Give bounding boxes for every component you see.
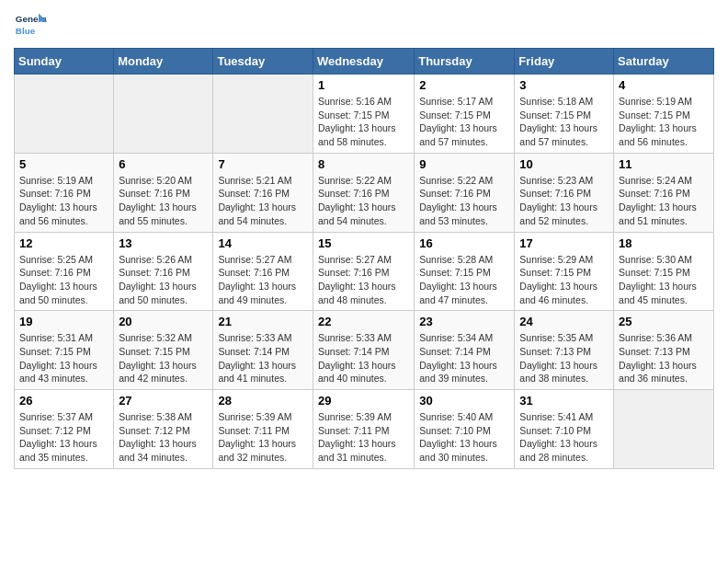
page-header: General Blue xyxy=(14,9,714,42)
day-info: Sunrise: 5:25 AM Sunset: 7:16 PM Dayligh… xyxy=(19,253,108,307)
day-number: 21 xyxy=(218,315,308,328)
day-info: Sunrise: 5:27 AM Sunset: 7:16 PM Dayligh… xyxy=(318,253,409,307)
day-info: Sunrise: 5:39 AM Sunset: 7:11 PM Dayligh… xyxy=(318,410,409,465)
day-info: Sunrise: 5:39 AM Sunset: 7:11 PM Dayligh… xyxy=(218,410,308,465)
calendar-cell: 15Sunrise: 5:27 AM Sunset: 7:16 PM Dayli… xyxy=(313,232,414,311)
day-number: 25 xyxy=(619,315,709,328)
day-header-sunday: Sunday xyxy=(15,49,114,75)
day-number: 10 xyxy=(519,157,609,171)
calendar-cell: 13Sunrise: 5:26 AM Sunset: 7:16 PM Dayli… xyxy=(114,232,213,311)
calendar-cell: 27Sunrise: 5:38 AM Sunset: 7:12 PM Dayli… xyxy=(114,390,213,469)
calendar-cell: 17Sunrise: 5:29 AM Sunset: 7:15 PM Dayli… xyxy=(515,232,614,311)
calendar-cell: 22Sunrise: 5:33 AM Sunset: 7:14 PM Dayli… xyxy=(313,311,414,390)
calendar-cell: 29Sunrise: 5:39 AM Sunset: 7:11 PM Dayli… xyxy=(313,390,414,469)
day-number: 15 xyxy=(318,236,409,250)
day-number: 20 xyxy=(119,315,208,328)
calendar-cell: 14Sunrise: 5:27 AM Sunset: 7:16 PM Dayli… xyxy=(213,232,313,311)
calendar-cell: 30Sunrise: 5:40 AM Sunset: 7:10 PM Dayli… xyxy=(415,390,515,469)
day-info: Sunrise: 5:19 AM Sunset: 7:15 PM Dayligh… xyxy=(619,95,709,149)
day-info: Sunrise: 5:40 AM Sunset: 7:10 PM Dayligh… xyxy=(419,410,509,465)
day-number: 12 xyxy=(19,236,108,250)
logo-icon: General Blue xyxy=(14,9,47,42)
day-number: 28 xyxy=(218,394,308,408)
day-info: Sunrise: 5:37 AM Sunset: 7:12 PM Dayligh… xyxy=(19,410,108,465)
day-number: 23 xyxy=(419,315,509,328)
day-number: 3 xyxy=(519,78,609,92)
day-number: 19 xyxy=(19,315,108,328)
day-number: 11 xyxy=(619,157,709,171)
day-info: Sunrise: 5:41 AM Sunset: 7:10 PM Dayligh… xyxy=(519,410,609,465)
day-number: 7 xyxy=(218,157,308,171)
day-number: 13 xyxy=(119,236,208,250)
calendar-cell: 26Sunrise: 5:37 AM Sunset: 7:12 PM Dayli… xyxy=(15,390,114,469)
week-row-3: 12Sunrise: 5:25 AM Sunset: 7:16 PM Dayli… xyxy=(15,232,714,311)
calendar-cell: 2Sunrise: 5:17 AM Sunset: 7:15 PM Daylig… xyxy=(415,75,515,154)
calendar-cell: 10Sunrise: 5:23 AM Sunset: 7:16 PM Dayli… xyxy=(515,153,614,232)
day-number: 14 xyxy=(218,236,308,250)
calendar-cell xyxy=(614,390,714,469)
calendar-cell: 19Sunrise: 5:31 AM Sunset: 7:15 PM Dayli… xyxy=(15,311,114,390)
calendar-table: SundayMondayTuesdayWednesdayThursdayFrid… xyxy=(14,48,714,469)
day-info: Sunrise: 5:26 AM Sunset: 7:16 PM Dayligh… xyxy=(119,253,208,307)
day-info: Sunrise: 5:36 AM Sunset: 7:13 PM Dayligh… xyxy=(619,331,709,385)
day-info: Sunrise: 5:21 AM Sunset: 7:16 PM Dayligh… xyxy=(218,174,308,228)
day-number: 1 xyxy=(318,78,409,92)
day-info: Sunrise: 5:30 AM Sunset: 7:15 PM Dayligh… xyxy=(619,253,709,307)
calendar-cell: 7Sunrise: 5:21 AM Sunset: 7:16 PM Daylig… xyxy=(213,153,313,232)
week-row-5: 26Sunrise: 5:37 AM Sunset: 7:12 PM Dayli… xyxy=(15,390,714,469)
calendar-cell: 24Sunrise: 5:35 AM Sunset: 7:13 PM Dayli… xyxy=(515,311,614,390)
day-info: Sunrise: 5:17 AM Sunset: 7:15 PM Dayligh… xyxy=(419,95,509,149)
day-number: 26 xyxy=(19,394,108,408)
calendar-cell xyxy=(15,75,114,154)
day-header-monday: Monday xyxy=(114,49,213,75)
calendar-cell: 6Sunrise: 5:20 AM Sunset: 7:16 PM Daylig… xyxy=(114,153,213,232)
week-row-4: 19Sunrise: 5:31 AM Sunset: 7:15 PM Dayli… xyxy=(15,311,714,390)
day-info: Sunrise: 5:27 AM Sunset: 7:16 PM Dayligh… xyxy=(218,253,308,307)
day-info: Sunrise: 5:22 AM Sunset: 7:16 PM Dayligh… xyxy=(318,174,409,228)
day-number: 8 xyxy=(318,157,409,171)
calendar-cell: 9Sunrise: 5:22 AM Sunset: 7:16 PM Daylig… xyxy=(415,153,515,232)
day-number: 29 xyxy=(318,394,409,408)
logo: General Blue xyxy=(14,9,47,42)
day-number: 4 xyxy=(619,78,709,92)
day-number: 17 xyxy=(519,236,609,250)
calendar-cell: 4Sunrise: 5:19 AM Sunset: 7:15 PM Daylig… xyxy=(614,75,714,154)
day-number: 24 xyxy=(519,315,609,328)
calendar-cell: 20Sunrise: 5:32 AM Sunset: 7:15 PM Dayli… xyxy=(114,311,213,390)
day-number: 18 xyxy=(619,236,709,250)
calendar-cell: 18Sunrise: 5:30 AM Sunset: 7:15 PM Dayli… xyxy=(614,232,714,311)
day-info: Sunrise: 5:34 AM Sunset: 7:14 PM Dayligh… xyxy=(419,331,509,385)
calendar-cell: 21Sunrise: 5:33 AM Sunset: 7:14 PM Dayli… xyxy=(213,311,313,390)
day-header-wednesday: Wednesday xyxy=(313,49,414,75)
day-info: Sunrise: 5:16 AM Sunset: 7:15 PM Dayligh… xyxy=(318,95,409,149)
day-number: 9 xyxy=(419,157,509,171)
day-info: Sunrise: 5:28 AM Sunset: 7:15 PM Dayligh… xyxy=(419,253,509,307)
calendar-cell: 1Sunrise: 5:16 AM Sunset: 7:15 PM Daylig… xyxy=(313,75,414,154)
svg-text:Blue: Blue xyxy=(16,26,36,36)
day-header-saturday: Saturday xyxy=(614,49,714,75)
day-number: 5 xyxy=(19,157,108,171)
day-info: Sunrise: 5:38 AM Sunset: 7:12 PM Dayligh… xyxy=(119,410,208,465)
calendar-cell: 31Sunrise: 5:41 AM Sunset: 7:10 PM Dayli… xyxy=(515,390,614,469)
day-info: Sunrise: 5:24 AM Sunset: 7:16 PM Dayligh… xyxy=(619,174,709,228)
day-info: Sunrise: 5:20 AM Sunset: 7:16 PM Dayligh… xyxy=(119,174,208,228)
day-number: 31 xyxy=(519,394,609,408)
day-number: 16 xyxy=(419,236,509,250)
day-number: 30 xyxy=(419,394,509,408)
calendar-cell: 28Sunrise: 5:39 AM Sunset: 7:11 PM Dayli… xyxy=(213,390,313,469)
day-header-friday: Friday xyxy=(515,49,614,75)
day-info: Sunrise: 5:18 AM Sunset: 7:15 PM Dayligh… xyxy=(519,95,609,149)
day-info: Sunrise: 5:32 AM Sunset: 7:15 PM Dayligh… xyxy=(119,331,208,385)
calendar-cell xyxy=(213,75,313,154)
week-row-1: 1Sunrise: 5:16 AM Sunset: 7:15 PM Daylig… xyxy=(15,75,714,154)
calendar-cell: 23Sunrise: 5:34 AM Sunset: 7:14 PM Dayli… xyxy=(415,311,515,390)
calendar-cell: 16Sunrise: 5:28 AM Sunset: 7:15 PM Dayli… xyxy=(415,232,515,311)
day-info: Sunrise: 5:31 AM Sunset: 7:15 PM Dayligh… xyxy=(19,331,108,385)
day-info: Sunrise: 5:19 AM Sunset: 7:16 PM Dayligh… xyxy=(19,174,108,228)
day-info: Sunrise: 5:22 AM Sunset: 7:16 PM Dayligh… xyxy=(419,174,509,228)
day-info: Sunrise: 5:35 AM Sunset: 7:13 PM Dayligh… xyxy=(519,331,609,385)
day-number: 6 xyxy=(119,157,208,171)
day-number: 22 xyxy=(318,315,409,328)
day-number: 2 xyxy=(419,78,509,92)
calendar-cell: 12Sunrise: 5:25 AM Sunset: 7:16 PM Dayli… xyxy=(15,232,114,311)
